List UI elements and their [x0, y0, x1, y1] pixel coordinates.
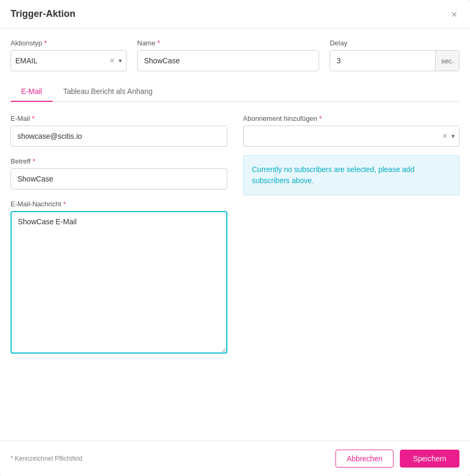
aktionstyp-clear-icon[interactable]: ×: [108, 56, 117, 65]
abonnement-clear-icon[interactable]: ×: [440, 131, 449, 141]
delay-unit: sec.: [435, 51, 459, 71]
modal-title: Trigger-Aktion: [11, 8, 75, 20]
name-input[interactable]: [137, 50, 319, 71]
delay-wrapper: sec.: [330, 50, 459, 71]
email-group: E-Mail *: [11, 115, 227, 147]
tab-content-email: E-Mail * Betreff * E-Mail-Nach: [11, 115, 459, 354]
name-group: Name *: [137, 39, 319, 71]
aktionstyp-label: Aktionstyp *: [11, 39, 127, 47]
close-button[interactable]: ×: [449, 9, 459, 20]
email-label: E-Mail *: [11, 115, 227, 122]
tab-bar: E-Mail Tableau Bericht als Anhang: [11, 82, 459, 102]
trigger-aktion-modal: Trigger-Aktion × Aktionstyp * EMAIL × ▾: [0, 0, 470, 476]
abonnement-arrow-icon[interactable]: ▾: [449, 132, 455, 140]
footer-buttons: Abbrechen Speichern: [335, 450, 459, 468]
betreff-label: Betreff *: [11, 157, 227, 165]
aktionstyp-value: EMAIL: [15, 56, 108, 65]
delay-label: Delay: [330, 39, 459, 47]
no-subscribers-notice: Currently no subscribers are selected, p…: [243, 155, 460, 195]
modal-body: Aktionstyp * EMAIL × ▾ Name * Dela: [0, 28, 470, 441]
abonnement-label: Abonnement hinzufügen *: [243, 115, 460, 122]
tab-tableau[interactable]: Tableau Bericht als Anhang: [53, 82, 164, 102]
aktionstyp-group: Aktionstyp * EMAIL × ▾: [11, 39, 127, 71]
delay-group: Delay sec.: [330, 39, 459, 71]
nachricht-group: E-Mail-Nachricht *: [11, 200, 227, 354]
name-label: Name *: [137, 39, 319, 47]
modal-footer: * Kennzeichnet Pflichtfeld Abbrechen Spe…: [0, 441, 470, 476]
email-left-column: E-Mail * Betreff * E-Mail-Nach: [11, 115, 227, 354]
aktionstyp-arrow-icon[interactable]: ▾: [117, 57, 122, 64]
abonnement-select[interactable]: × ▾: [243, 126, 460, 147]
delay-input[interactable]: [330, 51, 435, 71]
nachricht-textarea[interactable]: [11, 211, 227, 354]
required-note: * Kennzeichnet Pflichtfeld: [11, 455, 82, 462]
betreff-group: Betreff *: [11, 157, 227, 189]
betreff-input[interactable]: [11, 168, 227, 189]
email-right-column: Abonnement hinzufügen * × ▾ Currently no…: [243, 115, 460, 354]
cancel-button[interactable]: Abbrechen: [335, 450, 394, 468]
modal-header: Trigger-Aktion ×: [0, 0, 470, 28]
abonnement-group: Abonnement hinzufügen * × ▾: [243, 115, 460, 147]
save-button[interactable]: Speichern: [400, 450, 459, 468]
top-form-row: Aktionstyp * EMAIL × ▾ Name * Dela: [11, 39, 459, 71]
nachricht-label: E-Mail-Nachricht *: [11, 200, 227, 208]
abonnement-input[interactable]: [248, 132, 440, 140]
tab-email[interactable]: E-Mail: [11, 82, 53, 102]
email-input[interactable]: [11, 126, 227, 147]
aktionstyp-select[interactable]: EMAIL × ▾: [11, 50, 127, 71]
